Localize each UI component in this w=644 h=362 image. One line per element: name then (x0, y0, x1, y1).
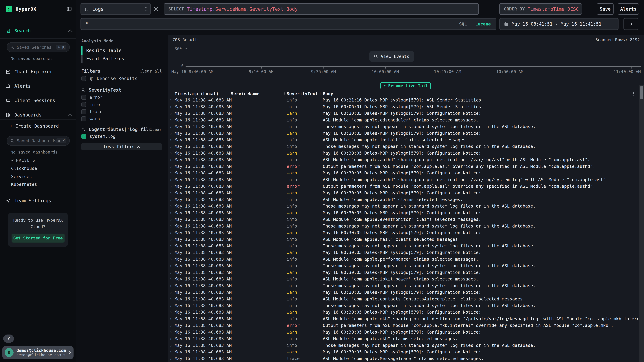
table-row[interactable]: › May 16 11:38:40.683 AM warn May 16 00:… (168, 229, 639, 236)
expand-chevron-icon[interactable]: › (170, 276, 172, 282)
expand-chevron-icon[interactable]: › (170, 203, 172, 209)
expand-chevron-icon[interactable]: › (170, 342, 172, 349)
sidebar-item-team-settings[interactable]: Team Settings (6, 196, 72, 205)
table-row[interactable]: › May 16 11:38:40.683 AM info Those mess… (168, 283, 639, 289)
lang-sql-button[interactable]: SQL (459, 21, 467, 26)
severity-option-error[interactable]: error (81, 95, 162, 100)
expand-chevron-icon[interactable]: › (170, 236, 172, 243)
preset-clickhouse[interactable]: Clickhouse (11, 166, 37, 171)
mode-results-table[interactable]: Results Table (81, 46, 162, 54)
table-row[interactable]: › May 16 11:38:40.683 AM info ASL Module… (168, 156, 639, 163)
table-row[interactable]: › May 16 11:38:40.683 AM info ASL Module… (168, 216, 639, 223)
table-row[interactable]: › May 16 11:38:40.683 AM info Those mess… (168, 302, 639, 309)
table-row[interactable]: › May 16 11:38:40.683 AM info ASL Module… (168, 336, 639, 342)
table-row[interactable]: › May 16 11:38:40.683 AM info May 16 00:… (168, 103, 639, 110)
expand-chevron-icon[interactable]: › (170, 269, 172, 276)
checkbox-unchecked[interactable] (81, 102, 86, 107)
mode-event-patterns[interactable]: Event Patterns (81, 54, 162, 63)
table-row[interactable]: › May 16 11:38:40.683 AM info May 16 00:… (168, 97, 639, 103)
expand-chevron-icon[interactable]: › (170, 163, 172, 170)
table-row[interactable]: › May 16 11:38:40.683 AM info ASL Module… (168, 256, 639, 263)
checkbox-checked[interactable]: ✓ (81, 134, 86, 139)
table-row[interactable]: › May 16 11:38:40.683 AM error Output pa… (168, 183, 639, 190)
checkbox-unchecked[interactable] (81, 95, 86, 100)
table-row[interactable]: › May 16 11:38:40.683 AM info ASL Module… (168, 316, 639, 322)
expand-chevron-icon[interactable]: › (170, 322, 172, 329)
severity-option-trace[interactable]: trace (81, 109, 162, 114)
expand-chevron-icon[interactable]: › (170, 123, 172, 130)
expand-chevron-icon[interactable]: › (170, 137, 172, 143)
search-icon[interactable] (81, 127, 86, 131)
expand-chevron-icon[interactable]: › (170, 190, 172, 196)
run-query-button[interactable] (624, 18, 638, 30)
expand-chevron-icon[interactable]: › (170, 229, 172, 236)
get-started-button[interactable]: Get Started for Free (12, 234, 64, 243)
table-row[interactable]: › May 16 11:38:40.683 AM info Those mess… (168, 342, 639, 349)
facet-clear-button[interactable]: Clear (150, 127, 162, 132)
col-header-severitytext[interactable]: SeverityText (287, 91, 318, 96)
source-select[interactable]: Logs (80, 3, 151, 15)
table-row[interactable]: › May 16 11:38:40.683 AM warn May 16 00:… (168, 170, 639, 176)
expand-chevron-icon[interactable]: › (170, 355, 172, 362)
table-row[interactable]: › May 16 11:38:40.683 AM info Those mess… (168, 143, 639, 150)
table-row[interactable]: › May 16 11:38:40.683 AM error Output pa… (168, 322, 639, 329)
table-row[interactable]: › May 16 11:38:40.683 AM trace ASL Modul… (168, 355, 639, 362)
expand-chevron-icon[interactable]: › (170, 256, 172, 263)
preset-services[interactable]: Services (11, 174, 32, 179)
expand-chevron-icon[interactable]: › (170, 316, 172, 322)
table-row[interactable]: › May 16 11:38:40.683 AM warn May 16 00:… (168, 329, 639, 336)
less-filters-button[interactable]: Less filters (81, 143, 162, 150)
table-row[interactable]: › May 16 11:38:40.683 AM info ASL Module… (168, 236, 639, 243)
table-row[interactable]: › May 16 11:38:40.683 AM info ASL Module… (168, 176, 639, 183)
preset-kubernetes[interactable]: Kubernetes (11, 182, 37, 187)
expand-chevron-icon[interactable]: › (170, 249, 172, 256)
source-settings-button[interactable] (151, 3, 162, 15)
chevron-up-icon[interactable] (69, 112, 72, 118)
checkbox-unchecked[interactable] (81, 109, 86, 114)
view-events-button[interactable]: View Events (369, 51, 414, 62)
sidebar-item-alerts[interactable]: Alerts (6, 82, 72, 91)
logattr-option-system-log[interactable]: ✓ system.log (81, 134, 162, 139)
alerts-button[interactable]: Alerts (618, 3, 639, 15)
table-row[interactable]: › May 16 11:38:40.683 AM error Output pa… (168, 163, 639, 170)
table-row[interactable]: › May 16 11:38:40.683 AM warn May 16 00:… (168, 130, 639, 137)
col-header-body[interactable]: Body (323, 91, 333, 96)
expand-chevron-icon[interactable]: › (170, 176, 172, 183)
table-row[interactable]: › May 16 11:38:40.683 AM info Those mess… (168, 203, 639, 209)
expand-chevron-icon[interactable]: › (170, 309, 172, 316)
table-row[interactable]: › May 16 11:38:40.683 AM warn May 16 00:… (168, 349, 639, 355)
saved-dashboards-input[interactable]: Saved Dashboards ⌘ K (6, 136, 70, 146)
checkbox-unchecked[interactable] (81, 116, 86, 121)
presets-toggle[interactable]: PRESETS (11, 158, 36, 163)
severity-option-warn[interactable]: warn (81, 116, 162, 121)
col-header-timestamp[interactable]: Timestamp (Local) (174, 91, 219, 96)
expand-chevron-icon[interactable]: › (170, 296, 172, 302)
chevron-up-icon[interactable] (69, 28, 72, 33)
expand-chevron-icon[interactable]: › (170, 97, 172, 103)
table-row[interactable]: › May 16 11:38:40.683 AM info Those mess… (168, 123, 639, 130)
scrollbar-thumb[interactable] (640, 86, 643, 99)
table-row[interactable]: › May 16 11:38:40.683 AM info Those mess… (168, 263, 639, 269)
expand-chevron-icon[interactable]: › (170, 243, 172, 249)
date-range-picker[interactable]: May 16 08:41:51 - May 16 11:41:51 (499, 18, 618, 30)
order-by-input[interactable]: ORDER BY TimestampTime DESC (499, 3, 582, 15)
table-row[interactable]: › May 16 11:38:40.683 AM warn May 16 00:… (168, 110, 639, 117)
denoise-checkbox-row[interactable]: ◐ Denoise Results (81, 76, 162, 81)
table-row[interactable]: › May 16 11:38:40.683 AM warn May 16 00:… (168, 210, 639, 216)
expand-chevron-icon[interactable]: › (170, 329, 172, 336)
saved-searches-input[interactable]: Saved Searches ⌘ K (6, 42, 70, 52)
expand-chevron-icon[interactable]: › (170, 302, 172, 309)
expand-chevron-icon[interactable]: › (170, 289, 172, 296)
sidebar-item-dashboards[interactable]: Dashboards (6, 110, 72, 119)
expand-chevron-icon[interactable]: › (170, 150, 172, 156)
expand-chevron-icon[interactable]: › (170, 196, 172, 203)
expand-chevron-icon[interactable]: › (170, 103, 172, 110)
expand-chevron-icon[interactable]: › (170, 143, 172, 150)
sidebar-item-search[interactable]: Search (6, 26, 72, 35)
lang-lucene-button[interactable]: Lucene (475, 21, 491, 26)
expand-chevron-icon[interactable]: › (170, 336, 172, 342)
table-row[interactable]: › May 16 11:38:40.683 AM info ASL Module… (168, 117, 639, 123)
expand-chevron-icon[interactable]: › (170, 130, 172, 137)
expand-chevron-icon[interactable]: › (170, 216, 172, 223)
expand-chevron-icon[interactable]: › (170, 263, 172, 269)
